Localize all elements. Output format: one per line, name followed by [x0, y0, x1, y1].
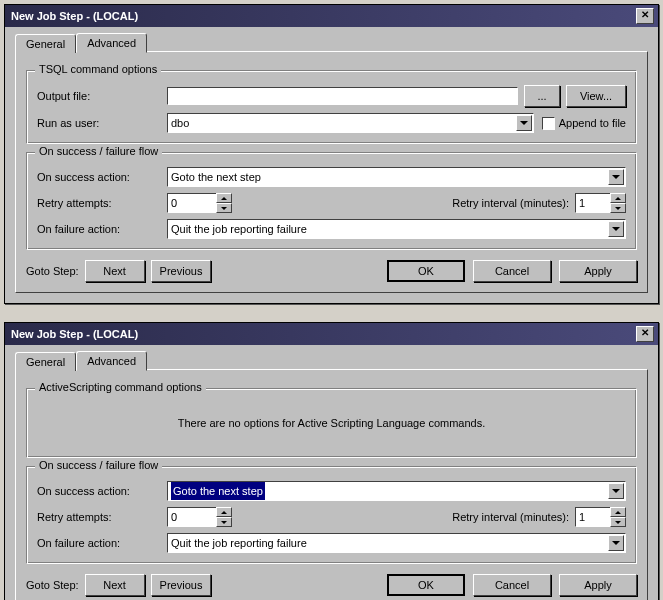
close-icon[interactable]: ✕	[636, 8, 654, 24]
checkbox-box	[542, 117, 555, 130]
flow-group-title: On success / failure flow	[35, 145, 162, 157]
tab-advanced[interactable]: Advanced	[76, 351, 147, 371]
tab-content-advanced: TSQL command options Output file: ... Vi…	[15, 51, 648, 293]
ok-button[interactable]: OK	[387, 260, 465, 282]
chevron-down-icon	[608, 483, 624, 499]
next-button[interactable]: Next	[85, 574, 145, 596]
tsql-options-group: TSQL command options Output file: ... Vi…	[26, 70, 637, 144]
previous-button[interactable]: Previous	[151, 260, 212, 282]
browse-button[interactable]: ...	[524, 85, 560, 107]
tab-advanced[interactable]: Advanced	[76, 33, 147, 53]
success-select[interactable]: Goto the next step	[167, 481, 626, 501]
no-options-message: There are no options for Active Scriptin…	[37, 403, 626, 447]
run-as-label: Run as user:	[37, 117, 167, 129]
spin-up-icon[interactable]	[610, 507, 626, 517]
flow-group: On success / failure flow On success act…	[26, 466, 637, 564]
goto-step-label: Goto Step:	[26, 265, 79, 277]
previous-button[interactable]: Previous	[151, 574, 212, 596]
button-row: Goto Step: Next Previous OK Cancel Apply	[26, 260, 637, 282]
chevron-down-icon	[516, 115, 532, 131]
failure-select[interactable]: Quit the job reporting failure	[167, 219, 626, 239]
failure-select[interactable]: Quit the job reporting failure	[167, 533, 626, 553]
retry-label: Retry attempts:	[37, 197, 167, 209]
flow-group: On success / failure flow On success act…	[26, 152, 637, 250]
success-select[interactable]: Goto the next step	[167, 167, 626, 187]
append-checkbox[interactable]: Append to file	[542, 117, 626, 130]
output-file-label: Output file:	[37, 90, 167, 102]
tab-general[interactable]: General	[15, 352, 76, 371]
next-button[interactable]: Next	[85, 260, 145, 282]
activescripting-options-group: ActiveScripting command options There ar…	[26, 388, 637, 458]
chevron-down-icon	[608, 169, 624, 185]
window-body: General Advanced ActiveScripting command…	[5, 345, 658, 600]
spin-up-icon[interactable]	[610, 193, 626, 203]
chevron-down-icon	[608, 535, 624, 551]
flow-group-title: On success / failure flow	[35, 459, 162, 471]
dialog-2: New Job Step - (LOCAL) ✕ General Advance…	[4, 322, 659, 600]
retry-spinner[interactable]: 0	[167, 507, 232, 527]
spin-down-icon[interactable]	[216, 517, 232, 527]
view-button[interactable]: View...	[566, 85, 626, 107]
tab-general[interactable]: General	[15, 34, 76, 53]
interval-spinner[interactable]: 1	[575, 193, 626, 213]
retry-spinner[interactable]: 0	[167, 193, 232, 213]
interval-label: Retry interval (minutes):	[452, 511, 569, 523]
titlebar-2: New Job Step - (LOCAL) ✕	[5, 323, 658, 345]
interval-spinner[interactable]: 1	[575, 507, 626, 527]
success-label: On success action:	[37, 485, 167, 497]
spin-down-icon[interactable]	[216, 203, 232, 213]
titlebar-1: New Job Step - (LOCAL) ✕	[5, 5, 658, 27]
cancel-button[interactable]: Cancel	[473, 260, 551, 282]
run-as-select[interactable]: dbo	[167, 113, 534, 133]
apply-button[interactable]: Apply	[559, 574, 637, 596]
spin-down-icon[interactable]	[610, 517, 626, 527]
tab-strip: General Advanced	[15, 33, 648, 52]
close-icon[interactable]: ✕	[636, 326, 654, 342]
cancel-button[interactable]: Cancel	[473, 574, 551, 596]
chevron-down-icon	[608, 221, 624, 237]
window-title: New Job Step - (LOCAL)	[9, 328, 138, 340]
spin-up-icon[interactable]	[216, 507, 232, 517]
button-row: Goto Step: Next Previous OK Cancel Apply	[26, 574, 637, 596]
goto-step-label: Goto Step:	[26, 579, 79, 591]
interval-label: Retry interval (minutes):	[452, 197, 569, 209]
activescripting-group-title: ActiveScripting command options	[35, 381, 206, 393]
append-checkbox-label: Append to file	[559, 117, 626, 129]
spin-up-icon[interactable]	[216, 193, 232, 203]
success-label: On success action:	[37, 171, 167, 183]
tsql-group-title: TSQL command options	[35, 63, 161, 75]
apply-button[interactable]: Apply	[559, 260, 637, 282]
tab-strip: General Advanced	[15, 351, 648, 370]
output-file-input[interactable]	[167, 87, 518, 105]
window-body: General Advanced TSQL command options Ou…	[5, 27, 658, 303]
failure-label: On failure action:	[37, 223, 167, 235]
spin-down-icon[interactable]	[610, 203, 626, 213]
window-title: New Job Step - (LOCAL)	[9, 10, 138, 22]
retry-label: Retry attempts:	[37, 511, 167, 523]
ok-button[interactable]: OK	[387, 574, 465, 596]
tab-content-advanced: ActiveScripting command options There ar…	[15, 369, 648, 600]
failure-label: On failure action:	[37, 537, 167, 549]
dialog-1: New Job Step - (LOCAL) ✕ General Advance…	[4, 4, 659, 304]
